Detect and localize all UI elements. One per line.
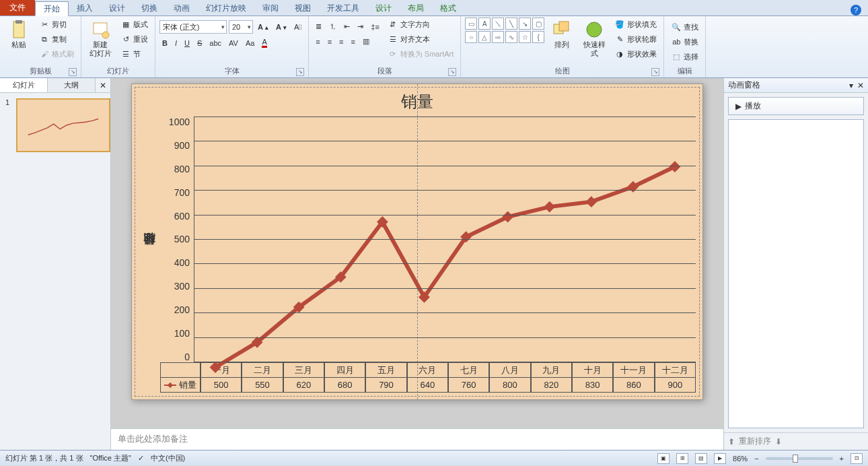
shape-line2-icon[interactable]: ╲ (505, 18, 517, 30)
notes-pane[interactable]: 单击此处添加备注 (111, 428, 723, 450)
zoom-slider[interactable] (766, 457, 833, 460)
anim-pane-close[interactable]: ✕ (857, 81, 864, 90)
eraser-icon: A⃠ (294, 23, 301, 31)
find-button[interactable]: 🔍查找 (668, 20, 701, 34)
reorder-down-button[interactable]: ⬇ (775, 437, 782, 446)
align-right-button[interactable]: ≡ (336, 36, 346, 47)
status-language[interactable]: 中文(中国) (151, 453, 185, 463)
nav-close-button[interactable]: ✕ (96, 78, 110, 92)
anim-list[interactable] (728, 119, 864, 428)
shapes-gallery[interactable]: ▭ A ＼ ╲ ↘ ▢ ○ △ ⇨ ∿ ☆ { (465, 18, 544, 43)
font-dialog-launcher[interactable]: ↘ (296, 68, 304, 76)
tab-file[interactable]: 文件 (0, 0, 35, 15)
smartart-button[interactable]: ⟳转换为 SmartArt (385, 47, 456, 61)
tab-view[interactable]: 视图 (287, 1, 319, 15)
tab-animations[interactable]: 动画 (166, 1, 198, 15)
shape-arrowr-icon[interactable]: ⇨ (492, 31, 504, 43)
section-button[interactable]: ☰节 (118, 47, 151, 61)
align-text-button[interactable]: ☰对齐文本 (385, 32, 456, 46)
shape-fill-button[interactable]: 🪣形状填充 (612, 18, 659, 31)
increase-indent-button[interactable]: ⇥ (355, 21, 366, 32)
view-reading-button[interactable]: ▤ (695, 453, 707, 464)
grow-font-button[interactable]: A▴ (255, 22, 271, 32)
align-center-button[interactable]: ≡ (325, 36, 334, 47)
quick-styles-button[interactable]: 快速样式 (579, 18, 609, 59)
tab-chart-layout[interactable]: 布局 (400, 1, 432, 15)
shape-line-icon[interactable]: ＼ (492, 18, 504, 30)
select-button[interactable]: ⬚选择 (668, 50, 701, 63)
shape-star-icon[interactable]: ☆ (519, 31, 531, 43)
change-case-button[interactable]: Aa (243, 38, 257, 48)
anim-play-button[interactable]: ▶播放 (728, 97, 864, 115)
tab-chart-format[interactable]: 格式 (432, 1, 464, 15)
drawing-dialog-launcher[interactable]: ↘ (651, 68, 659, 76)
tab-design[interactable]: 设计 (101, 1, 133, 15)
tab-slideshow[interactable]: 幻灯片放映 (198, 1, 254, 15)
format-painter-button[interactable]: 🖌格式刷 (36, 47, 77, 61)
numbering-button[interactable]: ⒈ (326, 20, 339, 33)
slide-thumbnail[interactable] (16, 98, 110, 152)
decrease-indent-button[interactable]: ⇤ (341, 21, 353, 32)
tab-home[interactable]: 开始 (35, 1, 69, 16)
tab-insert[interactable]: 插入 (69, 1, 101, 15)
tab-review[interactable]: 审阅 (254, 1, 287, 15)
copy-button[interactable]: ⧉复制 (36, 32, 77, 46)
text-direction-button[interactable]: ⇵文字方向 (385, 18, 456, 31)
fit-window-button[interactable]: ⊡ (851, 453, 863, 464)
chart-object[interactable]: 销量 坐标轴标题 1000900800700600500400300200100… (139, 91, 696, 393)
bullets-button[interactable]: ≣ (313, 21, 324, 32)
view-sorter-button[interactable]: ⊞ (676, 453, 688, 464)
zoom-out-button[interactable]: − (754, 455, 758, 463)
layout-button[interactable]: ▦版式 (118, 18, 151, 31)
shrink-font-button[interactable]: A▾ (273, 22, 289, 32)
font-color-button[interactable]: A (259, 36, 269, 49)
status-spellcheck-icon[interactable]: ✓ (138, 454, 144, 463)
shape-curve-icon[interactable]: ∿ (505, 31, 517, 43)
tab-chart-design[interactable]: 设计 (367, 1, 400, 15)
new-slide-button[interactable]: 新建 幻灯片 (85, 18, 115, 59)
justify-button[interactable]: ≡ (349, 36, 358, 47)
replace-button[interactable]: ab替换 (668, 35, 701, 48)
columns-button[interactable]: ▥ (360, 36, 372, 47)
slide[interactable]: 销量 坐标轴标题 1000900800700600500400300200100… (131, 84, 703, 400)
font-name-combo[interactable]: 宋体 (正文) (159, 20, 227, 34)
reset-button[interactable]: ↺重设 (118, 32, 151, 46)
arrange-button[interactable]: 排列 (547, 18, 577, 51)
view-normal-button[interactable]: ▣ (657, 453, 670, 464)
align-left-button[interactable]: ≡ (313, 36, 322, 47)
zoom-in-button[interactable]: + (840, 455, 844, 463)
italic-button[interactable]: I (172, 38, 180, 48)
bucket-icon: 🪣 (614, 19, 625, 30)
shape-arrow-icon[interactable]: ↘ (519, 18, 531, 30)
paragraph-dialog-launcher[interactable]: ↘ (448, 68, 456, 76)
font-size-combo[interactable]: 20 (229, 20, 253, 34)
tab-developer[interactable]: 开发工具 (319, 1, 367, 15)
shape-effects-button[interactable]: ◑形状效果 (612, 47, 659, 61)
bold-button[interactable]: B (159, 38, 170, 48)
shape-tri-icon[interactable]: △ (478, 31, 491, 43)
help-icon[interactable]: ? (851, 5, 861, 15)
nav-tab-slides[interactable]: 幻灯片 (0, 78, 48, 92)
line-spacing-button[interactable]: ‡≡ (368, 22, 382, 32)
status-zoom[interactable]: 86% (733, 455, 748, 463)
shape-brace-icon[interactable]: { (532, 31, 544, 43)
strikethrough-button[interactable]: S (194, 38, 205, 48)
brush-icon: 🖌 (39, 48, 50, 59)
char-spacing-button[interactable]: AV (226, 38, 241, 48)
shape-text-icon[interactable]: A (478, 18, 491, 30)
nav-tab-outline[interactable]: 大纲 (48, 78, 96, 92)
shape-rect2-icon[interactable]: ▢ (532, 18, 544, 30)
shape-rect-icon[interactable]: ▭ (465, 18, 477, 30)
shadow-button[interactable]: abc (207, 38, 224, 48)
cut-button[interactable]: ✂剪切 (36, 18, 77, 31)
clear-format-button[interactable]: A⃠ (291, 22, 304, 32)
shape-oval-icon[interactable]: ○ (465, 31, 477, 43)
reorder-up-button[interactable]: ⬆ (728, 437, 735, 446)
paste-button[interactable]: 粘贴 (4, 18, 34, 51)
underline-button[interactable]: U (182, 38, 192, 48)
tab-transitions[interactable]: 切换 (133, 1, 166, 15)
view-slideshow-button[interactable]: ▶ (714, 453, 726, 464)
shape-outline-button[interactable]: ✎形状轮廓 (612, 32, 659, 46)
anim-pane-menu[interactable]: ▾ (849, 81, 853, 90)
clipboard-dialog-launcher[interactable]: ↘ (69, 68, 77, 76)
